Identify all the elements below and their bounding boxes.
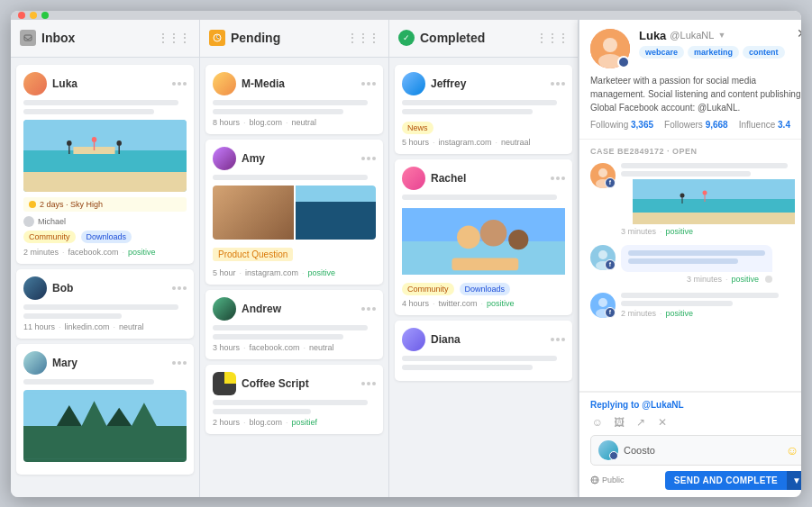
card-name-jeffrey: Jeffrey	[431, 77, 466, 90]
column-completed: ✓ Completed ⋮⋮⋮ Jeffrey	[389, 20, 579, 497]
card-mmedia[interactable]: M-Media 8 hours · blog.com · neutral	[205, 65, 383, 134]
card-dots-luka	[172, 82, 187, 86]
card-jeffrey[interactable]: Jeffrey News 5 hours · instagram.com	[395, 65, 572, 154]
maximize-dot[interactable]	[41, 12, 49, 19]
msg-content-2: 3 minutes·positive	[621, 245, 772, 284]
card-meta-coffee: 2 hours · blog.com · positief	[213, 418, 376, 427]
tag-downloads2: Downloads	[460, 283, 511, 295]
inbox-icon	[20, 30, 36, 46]
svg-point-22	[508, 230, 528, 249]
avatar-luka	[23, 72, 47, 95]
card-meta-amy: 5 hour · instagram.com · positive	[213, 268, 376, 277]
card-rachel[interactable]: Rachel	[395, 159, 572, 315]
pending-body: M-Media 8 hours · blog.com · neutral	[200, 58, 388, 497]
completed-menu-icon[interactable]: ⋮⋮⋮	[536, 32, 569, 44]
card-line	[213, 100, 368, 105]
card-line	[213, 325, 368, 330]
reply-input-fb-badge	[609, 451, 618, 460]
card-diana[interactable]: Diana	[395, 321, 572, 381]
fb-badge-3: f	[605, 307, 616, 318]
panel-reply-section: Replying to @LukaNL ☺ 🖼 ↗ ✕ Coosto ☺	[579, 392, 801, 497]
card-meta-bob: 11 hours · linkedin.com · neutral	[23, 322, 187, 331]
fb-badge-2: f	[605, 259, 616, 270]
card-bob[interactable]: Bob 11 hours · linkedin.com · neutral	[16, 269, 194, 339]
card-line	[402, 365, 533, 370]
emoji-input-icon[interactable]: ☺	[786, 443, 798, 457]
send-chevron[interactable]: ▼	[787, 471, 801, 490]
card-line	[23, 304, 178, 310]
app-header	[11, 11, 801, 20]
close-reply-icon[interactable]: ✕	[655, 415, 670, 430]
avatar-mmedia	[213, 72, 236, 95]
avatar-coffee	[213, 372, 236, 395]
pending-title: Pending	[231, 31, 342, 45]
reply-toolbar: ☺ 🖼 ↗ ✕	[590, 415, 801, 430]
card-meta-rachel: 4 hours · twitter.com · positive	[402, 299, 565, 308]
panel-case-section: CASE BE2849172 · OPEN f	[579, 140, 801, 392]
panel-user-dropdown-icon[interactable]: ▼	[717, 31, 725, 40]
panel-message-2: 3 minutes·positive f	[590, 245, 801, 284]
svg-rect-23	[452, 258, 518, 270]
column-header-completed: ✓ Completed ⋮⋮⋮	[389, 20, 578, 58]
card-mary[interactable]: Mary	[16, 344, 194, 475]
panel-tags: webcare marketing content	[639, 46, 801, 59]
avatar-amy	[213, 147, 236, 170]
card-meta-mmedia: 8 hours · blog.com · neutral	[213, 118, 376, 127]
tag-downloads: Downloads	[81, 231, 132, 243]
avatar-mary	[23, 351, 47, 375]
svg-rect-31	[633, 199, 795, 213]
tag-news: News	[402, 122, 433, 134]
svg-rect-3	[23, 172, 187, 192]
card-dots-andrew	[361, 307, 376, 311]
column-header-pending: Pending ⋮⋮⋮	[200, 20, 388, 58]
svg-point-21	[480, 219, 507, 246]
card-andrew[interactable]: Andrew 3 hours · facebook.com · neutral	[205, 290, 383, 359]
card-meta-luka: 2 minutes · facebook.com · positive	[23, 248, 187, 257]
close-button[interactable]: ✕	[794, 25, 801, 41]
card-dots-bob	[172, 286, 187, 290]
svg-rect-12	[23, 426, 187, 459]
svg-point-35	[703, 190, 707, 195]
svg-point-38	[598, 250, 607, 259]
inbox-title: Inbox	[41, 31, 152, 45]
panel-message-1: f	[590, 163, 801, 236]
send-complete-button[interactable]: SEND AND COMPLETE	[665, 471, 787, 490]
card-line	[23, 313, 122, 319]
emoji-icon[interactable]: ☺	[590, 415, 605, 430]
panel-avatar-fb-badge	[617, 56, 630, 68]
card-amy[interactable]: Amy Product Question	[205, 140, 383, 285]
fb-badge: f	[605, 177, 616, 188]
avatar-andrew	[213, 297, 236, 321]
card-name-rachel: Rachel	[431, 172, 466, 185]
card-image-amy	[213, 186, 376, 240]
svg-point-20	[457, 225, 480, 249]
card-line	[213, 334, 343, 340]
image-icon[interactable]: 🖼	[612, 415, 626, 430]
pending-menu-icon[interactable]: ⋮⋮⋮	[347, 32, 379, 44]
svg-point-5	[67, 140, 72, 146]
card-line	[402, 100, 557, 105]
card-name-bob: Bob	[52, 282, 73, 294]
reply-input[interactable]: Coosto	[624, 445, 780, 456]
pending-icon	[209, 30, 225, 46]
send-group: SEND AND COMPLETE ▼	[665, 471, 801, 490]
share-icon[interactable]: ↗	[634, 415, 648, 430]
card-luka[interactable]: Luka	[16, 65, 194, 264]
card-coffee[interactable]: Coffee Script 2 hours · blog.com · posit…	[205, 365, 383, 434]
minimize-dot[interactable]	[30, 12, 37, 19]
tag-community: Community	[23, 231, 76, 243]
card-name-luka: Luka	[52, 77, 78, 90]
msg-content-3: 2 minutes·positive	[621, 293, 801, 318]
close-dot[interactable]	[18, 12, 25, 19]
svg-point-33	[680, 193, 685, 197]
card-image-luka	[23, 120, 187, 192]
svg-rect-32	[633, 213, 795, 224]
column-header-inbox: Inbox ⋮⋮⋮	[11, 20, 199, 58]
tag-content: content	[743, 46, 785, 59]
card-line	[402, 109, 533, 114]
completed-body: Jeffrey News 5 hours · instagram.com	[389, 58, 578, 497]
inbox-body: Luka	[11, 58, 199, 497]
card-line	[213, 409, 311, 414]
inbox-menu-icon[interactable]: ⋮⋮⋮	[158, 32, 190, 44]
card-name-coffee: Coffee Script	[242, 377, 309, 390]
